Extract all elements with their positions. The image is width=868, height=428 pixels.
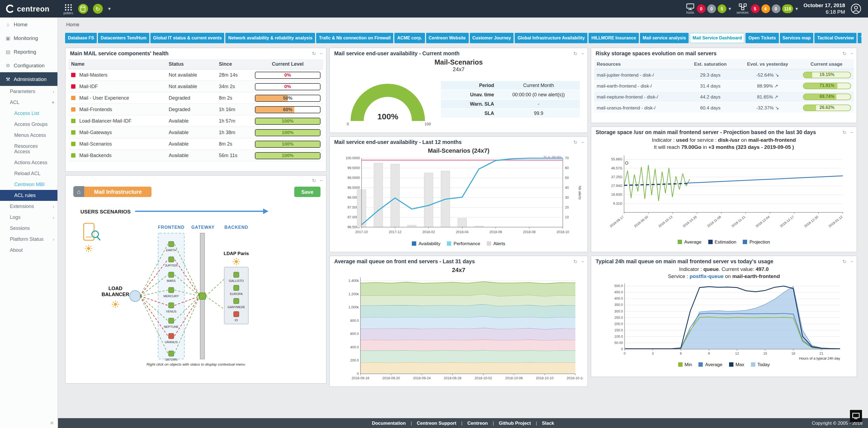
sidebar-item-logs[interactable]: Logs› [0,212,57,223]
tab-centreon-website[interactable]: Centreon Website [426,33,468,43]
hosts-badge-2[interactable]: 5 [718,4,726,13]
table-row-mail-earth-frontend-disk[interactable]: mail-earth-frontend - disk-/31.4 days88.… [594,80,854,91]
sidebar-item-administration[interactable]: ⚒Administration [0,72,57,86]
tab-mail-service-dashboard[interactable]: Mail Service Dashboard [690,33,745,43]
tab-services-map[interactable]: Services map [780,33,813,43]
sidebar-item-platform-status[interactable]: Platform Status› [0,234,57,245]
breadcrumb[interactable]: Home [66,22,862,27]
table-row-mail-user-experience[interactable]: Mail - User ExperienceDegraded8m 2s50% [68,92,323,104]
services-badge-3[interactable]: 118 [782,4,793,13]
refresh-icon[interactable]: ↻ [573,259,577,264]
sidebar-item-sessions[interactable]: Sessions [0,223,57,234]
collapse-icon[interactable]: − [581,139,584,145]
sidebar-item-extensions[interactable]: Extensions› [0,201,57,212]
collapse-icon[interactable]: − [320,178,323,183]
infra-title-pill[interactable]: Mail Infrastructure [84,187,152,197]
sidebar-item-acl-rules[interactable]: ACL rules [0,190,57,201]
refresh-icon[interactable]: ↻ [573,51,577,56]
backend-node-io[interactable] [234,311,239,317]
footer-link-centreon[interactable]: Centreon [467,420,488,426]
gateway-node[interactable] [199,293,206,299]
save-button[interactable]: Save [294,187,320,197]
tab-network-availability-reliability-analysis[interactable]: Network availability & reliability analy… [226,33,315,43]
sidebar-item-access-groups[interactable]: Access Groups [0,119,57,130]
sidebar-item-reporting[interactable]: ▤Reporting [0,45,57,59]
sidebar-item-monitoring[interactable]: ▣Monitoring [0,31,57,45]
footer-link-github-project[interactable]: Github Project [499,420,531,426]
frontend-node-jupiter[interactable] [168,257,174,262]
refresh-icon[interactable]: ↻ [312,51,316,56]
sidebar-item-access-list[interactable]: Access List [0,108,57,119]
hosts-badge-1[interactable]: 0 [707,4,716,13]
tab-mail-service-analysis[interactable]: Mail service analysis [640,33,689,43]
chevron-down-icon[interactable]: ▾ [796,6,798,11]
collapse-icon[interactable]: − [581,51,584,56]
backend-node-europa[interactable] [234,285,239,291]
frontend-node-neptune[interactable] [168,318,174,323]
tab-tactical-overview[interactable]: Tactical Overview [814,33,857,43]
refresh-icon[interactable]: ↻ [573,139,577,145]
table-row-load-balancer-mail-idf[interactable]: Load-Balancer-Mail-IDFAvailable1h 57m100… [68,115,323,127]
services-badge-0[interactable]: 5 [751,4,760,13]
sidebar-item-centreon-mbi[interactable]: Centreon MBI [0,179,57,190]
chevron-down-icon[interactable]: ▾ [108,6,111,11]
tab-customer-journey[interactable]: Customer Journey [470,33,514,43]
tab-open-tickets[interactable]: Open Tickets [746,33,779,43]
footer-link-documentation[interactable]: Documentation [372,420,406,426]
chevron-down-icon[interactable]: ▾ [728,6,731,11]
collapse-icon[interactable]: − [850,259,853,264]
frontend-node-mercury[interactable] [168,287,174,293]
sidebar-item-reload-acl[interactable]: Reload ACL [0,168,57,179]
sidebar-item-menus-access[interactable]: Menus Access [0,130,57,141]
backend-node-gallisto[interactable] [234,272,239,278]
tab-trafic-nb-connection-on-firewall[interactable]: Trafic & Nb connection on Firewall [316,33,393,43]
home-icon[interactable]: ⌂ [73,186,84,197]
sidebar-item-configuration[interactable]: ⚙Configuration [0,59,57,72]
refresh-icon[interactable]: ↻ [312,178,316,183]
sidebar-item-parameters[interactable]: Parameters› [0,86,57,97]
table-row-mail-neptune-frontend-disk[interactable]: mail-neptune-frontend - disk-/44.2 days8… [594,91,854,102]
table-row-mail-frontends[interactable]: Mail-FrontendsDegraded1h 16m60% [68,104,323,115]
sidebar-item-acl[interactable]: ACL▾ [0,97,57,108]
sidebar-item-actions-access[interactable]: Actions Access [0,157,57,168]
tab-acme-corp[interactable]: ACME corp. [395,33,425,43]
collapse-icon[interactable]: − [850,130,853,135]
services-badge-1[interactable]: 4 [761,4,770,13]
refresh-icon[interactable]: ↻ [842,51,846,56]
centreon-logo[interactable]: centreon [0,4,58,13]
refresh-icon[interactable]: ↻ [842,130,846,135]
table-row-mail-backends[interactable]: Mail-BackendsAvailable56m 11s100% [68,150,323,161]
table-row-mail-jupiter-frontend-disk[interactable]: mail-jupiter-frontend - disk-/29.3 days-… [594,69,854,80]
footer-link-centreon-support[interactable]: Centreon Support [417,420,457,426]
pollers-status[interactable]: pollers [63,3,73,15]
frontend-node-uranus[interactable] [168,333,174,339]
tab-datacenters-tem-hum[interactable]: Datacenters Tem/Hum [98,33,149,43]
latency-status-icon[interactable]: ↻ [93,4,102,14]
database-status-icon[interactable] [78,4,88,14]
footer-link-slack[interactable]: Slack [542,420,554,426]
collapse-icon[interactable]: − [581,259,584,264]
backend-node-ganymede[interactable] [234,298,239,304]
tab-database-fs[interactable]: Database FS [65,33,97,43]
frontend-node-venus[interactable] [168,303,174,308]
load-balancer-node[interactable] [130,291,141,302]
fullscreen-toggle[interactable] [850,410,862,422]
frontend-node-earth[interactable] [168,241,174,247]
table-row-mail-gateways[interactable]: Mail-GatewaysAvailable1h 38m100% [68,127,323,138]
frontend-node-mars[interactable] [168,272,174,278]
table-row-mail-scenarios[interactable]: Mail-ScenariosAvailable8m 2s100% [68,138,323,150]
refresh-icon[interactable]: ↻ [842,259,846,264]
sidebar-item-home[interactable]: ⌂Home [0,18,57,31]
collapse-icon[interactable]: − [320,51,323,56]
tab-top-10[interactable]: Top 10 [858,33,862,43]
tab-global-infrastructure-availability[interactable]: Global Infrastructure Availability [515,33,587,43]
frontend-node-saturn[interactable] [168,351,174,356]
collapse-icon[interactable]: − [850,51,853,56]
user-profile-icon[interactable] [850,3,862,14]
table-row-mail-idf[interactable]: Mail-IDFNot available34m 2s0% [68,81,323,92]
table-row-mail-uranus-frontend-disk[interactable]: mail-uranus-frontend - disk-/60.4 days-3… [594,102,854,113]
services-badge-2[interactable]: 0 [772,4,780,13]
hosts-badge-0[interactable]: 0 [697,4,706,13]
sidebar-item-about[interactable]: About [0,245,57,256]
table-row-mail-masters[interactable]: Mail-MastersNot available28m 14s0% [68,69,323,81]
